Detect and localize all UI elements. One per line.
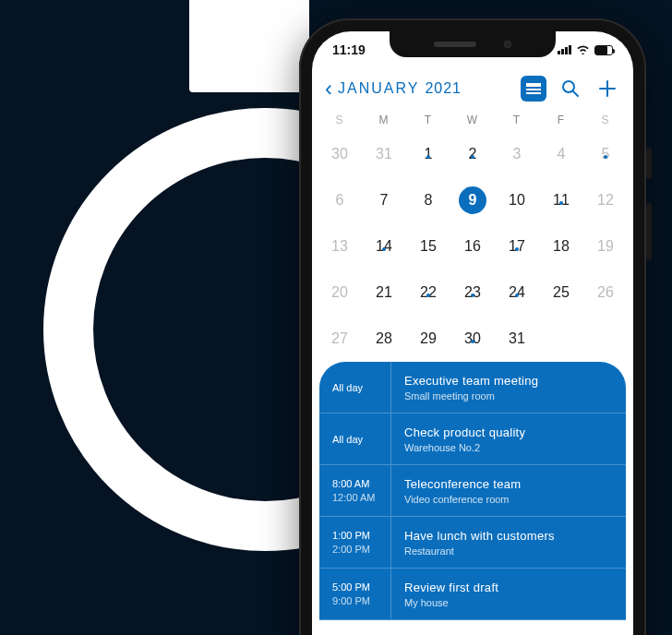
date-cell[interactable]: 9 <box>450 186 495 214</box>
date-cell[interactable]: 15 <box>406 238 450 255</box>
svg-rect-0 <box>526 83 541 87</box>
status-time: 11:19 <box>332 42 388 57</box>
date-cell[interactable]: 2 <box>450 146 495 162</box>
date-cell[interactable]: 10 <box>495 192 539 209</box>
event-title: Have lunch with customers <box>404 529 555 543</box>
phone-screen: 11:19 ‹ JANUARY 2021 <box>312 31 633 635</box>
event-row[interactable]: 1:00 PM2:00 PMHave lunch with customersR… <box>319 517 626 569</box>
date-cell[interactable]: 19 <box>583 238 628 255</box>
calendar-nav: ‹ JANUARY 2021 <box>312 68 633 109</box>
search-button[interactable] <box>558 76 583 102</box>
nav-month: JANUARY <box>338 80 419 97</box>
weekday-label: S <box>583 114 628 126</box>
event-location: Video conference room <box>404 494 521 505</box>
event-dot-icon <box>426 155 430 159</box>
event-time: 8:00 AM12:00 AM <box>319 465 391 516</box>
event-dot-icon <box>515 247 519 251</box>
weekday-label: T <box>495 114 539 126</box>
status-icons <box>558 42 613 57</box>
event-time: 5:00 PM9:00 PM <box>319 569 391 619</box>
date-cell[interactable]: 24 <box>495 284 539 301</box>
event-dot-icon <box>515 294 519 297</box>
date-cell[interactable]: 22 <box>406 284 450 301</box>
date-cell[interactable]: 25 <box>539 284 583 301</box>
event-title: Teleconference team <box>404 477 521 491</box>
event-body: Review first draftMy house <box>391 569 511 619</box>
event-dot-icon <box>382 247 386 251</box>
event-location: Restaurant <box>404 545 555 557</box>
date-cell[interactable]: 12 <box>583 192 628 209</box>
date-cell[interactable]: 4 <box>539 146 583 162</box>
date-cell[interactable]: 31 <box>362 146 406 162</box>
date-cell[interactable]: 23 <box>450 284 495 301</box>
event-dot-icon <box>471 294 474 297</box>
date-cell[interactable]: 29 <box>406 330 450 347</box>
svg-rect-1 <box>526 89 541 90</box>
event-dot-icon <box>426 294 430 297</box>
date-cell[interactable]: 31 <box>495 330 539 347</box>
back-button[interactable]: ‹ JANUARY 2021 <box>325 76 462 102</box>
add-button[interactable] <box>594 76 620 102</box>
event-dot-icon <box>471 155 474 159</box>
phone-notch <box>390 31 556 57</box>
date-cell[interactable]: 6 <box>318 192 362 209</box>
event-row[interactable]: All dayCheck product qualityWarehouse No… <box>319 413 626 465</box>
event-location: Small meeting room <box>404 390 538 401</box>
event-body: Executive team meetingSmall meeting room <box>391 362 551 413</box>
event-body: Teleconference teamVideo conference room <box>391 465 534 516</box>
date-cell[interactable]: 26 <box>583 284 628 301</box>
event-location: Warehouse No.2 <box>404 442 525 453</box>
weekday-label: T <box>406 114 450 126</box>
svg-point-3 <box>563 81 574 92</box>
date-cell[interactable]: 17 <box>495 238 539 255</box>
date-cell[interactable]: 13 <box>318 238 362 255</box>
view-toggle-button[interactable] <box>521 76 546 102</box>
calendar-grid: 3031123456789101112131415161718192021222… <box>312 131 633 362</box>
date-cell[interactable]: 1 <box>406 146 450 162</box>
weekday-label: S <box>318 114 362 126</box>
date-cell[interactable]: 21 <box>362 284 406 301</box>
event-title: Check product quality <box>404 425 525 439</box>
camera-dot <box>504 41 511 48</box>
date-cell[interactable]: 7 <box>362 192 406 209</box>
event-location: My house <box>404 597 498 608</box>
svg-line-4 <box>573 91 578 96</box>
battery-icon <box>594 45 613 55</box>
date-cell[interactable]: 20 <box>318 284 362 301</box>
signal-icon <box>558 45 571 54</box>
svg-rect-2 <box>526 92 541 94</box>
event-title: Review first draft <box>404 581 498 594</box>
speaker <box>434 42 476 47</box>
nav-year: 2021 <box>425 80 462 97</box>
event-time: All day <box>319 362 391 413</box>
date-cell[interactable]: 18 <box>539 238 583 255</box>
event-row[interactable]: 5:00 PM9:00 PMReview first draftMy house <box>319 569 626 620</box>
event-body: Check product qualityWarehouse No.2 <box>391 413 538 464</box>
date-cell[interactable]: 8 <box>406 192 450 209</box>
date-cell[interactable]: 28 <box>362 330 406 347</box>
date-cell[interactable]: 30 <box>318 146 362 162</box>
date-cell[interactable]: 5 <box>583 146 628 162</box>
date-cell[interactable]: 3 <box>495 146 539 162</box>
events-panel: All dayExecutive team meetingSmall meeti… <box>319 362 626 620</box>
date-cell[interactable]: 14 <box>362 238 406 255</box>
event-dot-icon <box>471 340 474 343</box>
phone-frame: 11:19 ‹ JANUARY 2021 <box>299 18 646 635</box>
side-button <box>646 148 652 179</box>
date-cell[interactable]: 16 <box>450 238 495 255</box>
background-square <box>189 0 309 92</box>
event-dot-icon <box>604 155 607 159</box>
event-time: 1:00 PM2:00 PM <box>319 517 391 568</box>
wifi-icon <box>576 42 590 57</box>
date-cell[interactable]: 11 <box>539 192 583 209</box>
chevron-left-icon: ‹ <box>325 76 332 102</box>
event-row[interactable]: All dayExecutive team meetingSmall meeti… <box>319 362 626 413</box>
event-row[interactable]: 8:00 AM12:00 AMTeleconference teamVideo … <box>319 465 626 517</box>
date-cell[interactable]: 27 <box>318 330 362 347</box>
date-cell[interactable]: 30 <box>450 330 495 347</box>
side-button <box>646 203 652 260</box>
weekday-label: F <box>539 114 583 126</box>
weekday-header: SMTWTFS <box>312 109 633 131</box>
event-body: Have lunch with customersRestaurant <box>391 517 568 568</box>
weekday-label: W <box>450 114 495 126</box>
